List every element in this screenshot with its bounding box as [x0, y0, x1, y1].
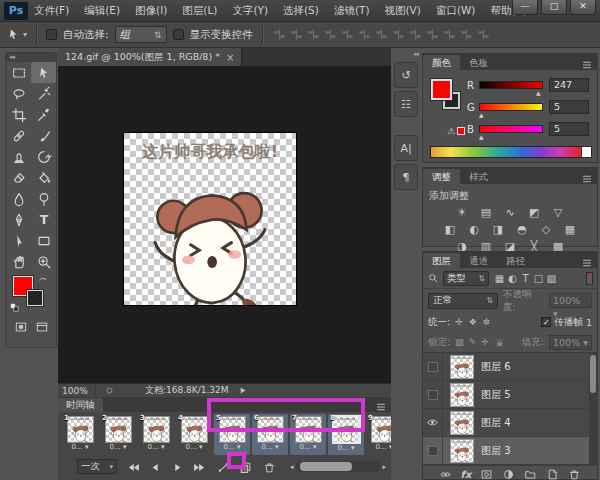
tab-通道[interactable]: 通道 — [460, 253, 497, 268]
dodge-tool[interactable] — [31, 188, 56, 209]
lock-position-icon[interactable]: ✛ — [481, 337, 489, 348]
animation-frame-2[interactable]: 2 这片帅哥我承包啦! 0... ▾ — [100, 414, 136, 455]
frame-delay-dropdown[interactable]: 0... ▾ — [290, 443, 326, 452]
distribute-top-edges-icon[interactable] — [374, 27, 389, 42]
blur-tool[interactable] — [6, 188, 31, 209]
align-horizontal-centers-icon[interactable] — [340, 27, 355, 42]
pen-tool[interactable] — [6, 209, 31, 230]
zoom-tool[interactable] — [31, 251, 56, 272]
crop-tool[interactable] — [6, 104, 31, 125]
menu-item-8[interactable]: 视图(V) — [384, 4, 420, 18]
background-color-swatch[interactable] — [27, 290, 43, 306]
auto-select-checkbox[interactable] — [46, 29, 57, 40]
auto-select-dropdown[interactable]: 组⇅ — [115, 26, 167, 43]
panel-menu-icon[interactable] — [580, 256, 594, 266]
unify-layer-style-icon[interactable]: ✲ — [483, 317, 491, 327]
align-vertical-centers-icon[interactable] — [289, 27, 304, 42]
slider-value-g[interactable]: 5 — [549, 100, 589, 114]
zoom-level[interactable]: 100% — [62, 386, 96, 396]
distribute-vertical-centers-icon[interactable] — [391, 27, 406, 42]
slider-track-b[interactable]: ▲ — [479, 125, 543, 133]
frame-delay-dropdown[interactable]: 0... ▾ — [138, 443, 174, 452]
frame-thumbnail[interactable]: 这片帅哥我承包啦! — [67, 416, 94, 443]
panel-strip-collapse-icon[interactable]: ◂◂ — [394, 50, 420, 59]
menu-item-6[interactable]: 选择(S) — [283, 4, 319, 18]
tab-色板[interactable]: 色板 — [460, 55, 497, 70]
frame-delay-dropdown[interactable]: 0... ▾ — [100, 443, 136, 452]
scrollbar-track[interactable] — [296, 461, 381, 472]
animation-frame-3[interactable]: 3 这片帅哥我承包啦! 0... ▾ — [138, 414, 174, 455]
filter-type-dropdown[interactable]: 类型⇅ — [443, 271, 489, 286]
animation-frame-1[interactable]: 1 这片帅哥我承包啦! 0... ▾ — [62, 414, 98, 455]
select-first-frame-button[interactable] — [124, 459, 142, 475]
slider-value-r[interactable]: 247 — [549, 78, 589, 92]
toolbar-collapse-icon[interactable]: ◂◂ — [6, 53, 56, 62]
panel-menu-icon[interactable] — [374, 400, 388, 410]
slider-track-g[interactable]: ▲ — [479, 103, 543, 111]
frame-delay-dropdown[interactable]: 0... ▾ — [252, 443, 288, 452]
document-tab[interactable]: 124.gif @ 100%(图层 1, RGB/8) * × — [58, 48, 242, 66]
close-button[interactable]: ✕ — [570, 0, 596, 15]
menu-item-7[interactable]: 滤镜(T) — [334, 4, 370, 18]
unify-layer-position-icon[interactable]: ✛ — [455, 317, 463, 327]
scrollbar-thumb[interactable] — [590, 355, 596, 393]
tab-样式[interactable]: 样式 — [460, 169, 497, 184]
timeline-scrollbar[interactable]: ◂ ▸ — [290, 460, 386, 473]
path-selection-tool[interactable] — [6, 230, 31, 251]
gamut-color-swatch[interactable] — [457, 127, 465, 135]
layer-name[interactable]: 图层 6 — [481, 360, 511, 374]
unify-layer-visibility-icon[interactable]: ❖ — [469, 317, 477, 327]
hue-saturation-icon[interactable]: ◧ — [443, 223, 458, 236]
align-left-edges-icon[interactable] — [323, 27, 338, 42]
layer-name[interactable]: 图层 3 — [481, 444, 511, 458]
frame-delay-dropdown[interactable]: 0... ▾ — [176, 443, 212, 452]
history-brush-tool[interactable] — [31, 146, 56, 167]
layer-thumbnail[interactable]: 这片帅哥我承包啦! — [450, 411, 474, 435]
visibility-toggle[interactable] — [423, 409, 443, 437]
menu-item-4[interactable]: 图层(L) — [182, 4, 217, 18]
lasso-tool[interactable] — [6, 83, 31, 104]
menu-item-3[interactable]: 图像(I) — [135, 4, 167, 18]
distribute-horizontal-centers-icon[interactable] — [442, 27, 457, 42]
layer-filter-toggle[interactable] — [586, 272, 593, 285]
frame-delay-dropdown[interactable]: 0... ▾ — [366, 443, 391, 452]
history-panel-icon[interactable]: ↺ — [394, 62, 418, 88]
paint-bucket-tool[interactable] — [31, 167, 56, 188]
menu-item-2[interactable]: 编辑(E) — [84, 4, 120, 18]
lock-all-icon[interactable] — [494, 337, 505, 348]
propagate-frame-checkbox[interactable]: ✓ — [541, 317, 551, 327]
layer-name[interactable]: 图层 5 — [481, 388, 511, 402]
frame-delay-dropdown[interactable]: 0... ▾ — [328, 444, 364, 453]
rectangle-tool[interactable] — [31, 230, 56, 251]
canvas[interactable]: 这片帅哥我承包啦! — [124, 133, 296, 305]
layer-name[interactable]: 图层 4 — [481, 416, 511, 430]
layer-thumbnail[interactable]: 这片帅哥我承包啦! — [450, 439, 474, 463]
new-layer-button[interactable] — [546, 468, 559, 480]
brush-tool[interactable] — [31, 125, 56, 146]
screen-mode-icon[interactable] — [35, 320, 49, 334]
scrollbar-thumb[interactable] — [300, 462, 352, 471]
spot-healing-brush-tool[interactable] — [6, 125, 31, 146]
filter-shape-layers-icon[interactable]: □ — [532, 273, 545, 284]
link-layers-button[interactable] — [439, 468, 452, 480]
properties-panel-icon[interactable]: ☷ — [394, 91, 418, 117]
minimize-button[interactable]: — — [512, 0, 538, 15]
timeline-tab[interactable]: 时间轴 — [58, 398, 103, 412]
maximize-button[interactable]: □ — [541, 0, 567, 15]
loop-count-dropdown[interactable]: 一次▾ — [77, 459, 117, 474]
quick-mask-icon[interactable] — [14, 320, 28, 334]
rectangular-marquee-tool[interactable] — [6, 62, 31, 83]
move-tool-options-icon[interactable]: ▾ — [6, 27, 27, 42]
visibility-toggle[interactable] — [423, 381, 443, 409]
color-lookup-icon[interactable]: ▦ — [563, 223, 578, 236]
magic-wand-tool[interactable] — [31, 83, 56, 104]
frame-thumbnail[interactable]: 这片帅哥我承包啦! — [181, 416, 208, 443]
color-balance-icon[interactable]: ◐ — [467, 223, 482, 236]
select-previous-frame-button[interactable] — [146, 459, 164, 475]
animation-frame-9[interactable]: 9 这片帅哥我承包啦! 0... ▾ — [366, 414, 391, 455]
levels-icon[interactable]: ▤ — [479, 206, 494, 219]
filter-type-layers-icon[interactable]: T — [519, 273, 532, 284]
exposure-icon[interactable]: ◩ — [527, 206, 542, 219]
blend-mode-dropdown[interactable]: 正常⇅ — [428, 293, 498, 309]
frame-delay-dropdown[interactable]: 0... ▾ — [214, 443, 250, 452]
